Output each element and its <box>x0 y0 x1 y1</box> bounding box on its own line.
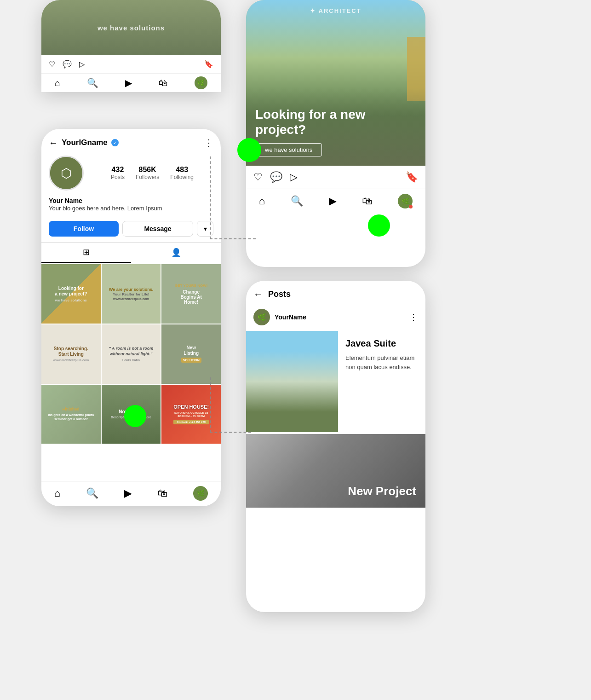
nav-reels-icon2[interactable]: ▶ <box>329 195 337 207</box>
posts-property-image <box>246 331 338 432</box>
phone-post-top: ✦ ARCHITECT Looking for a new project? w… <box>246 0 425 267</box>
nav-search-icon2[interactable]: 🔍 <box>291 195 303 207</box>
profile-stats: 432 Posts 856K Followers 483 Following <box>91 166 213 180</box>
post-overlay: Looking for a new project? we have solut… <box>246 88 425 166</box>
posts-avatar: 🌿 <box>253 309 270 325</box>
nav-home-icon2[interactable]: ⌂ <box>259 195 265 207</box>
comment-icon[interactable]: 💬 <box>270 171 282 183</box>
nav-shop-icon2[interactable]: 🛍 <box>362 195 372 207</box>
phone-posts: ← Posts 🌿 YourName ⋮ Javea Suite Element… <box>246 281 425 612</box>
following-stat: 483 Following <box>170 166 194 180</box>
posts-back-button[interactable]: ← <box>253 289 263 300</box>
grid-cell-9[interactable]: OPEN HOUSE! SATURDAY, OCTOBER 1502:00 PM… <box>161 385 221 444</box>
nav-search-icon[interactable]: 🔍 <box>86 487 98 499</box>
posts-content: Javea Suite Elementum pulvinar etiam non… <box>246 331 425 432</box>
post-action-left: ♡ 💬 ▷ <box>253 171 298 183</box>
nav-profile-icon[interactable]: 🌿 <box>193 486 208 501</box>
strip-actions: ♡ 💬 ▷ 🔖 <box>41 55 221 73</box>
architect-header: ✦ ARCHITECT <box>246 7 425 14</box>
verified-badge: ✓ <box>111 139 119 146</box>
bookmark-icon[interactable]: 🔖 <box>406 171 418 183</box>
posts-label: Posts <box>111 174 125 180</box>
new-project-section: New Project <box>246 434 425 508</box>
grid-cell-5[interactable]: " A room is not a room without natural l… <box>102 324 161 384</box>
tab-tagged[interactable]: 👤 <box>131 243 221 263</box>
building-bg <box>246 331 338 432</box>
profile-icon[interactable]: 🌿 <box>195 76 207 89</box>
grid-cell-2-inner: We are your solutions. Your Realtor for … <box>102 264 161 324</box>
reels-icon[interactable]: ▶ <box>125 77 132 88</box>
grid-cell-1-inner: Looking fora new project? we have soluti… <box>41 264 101 324</box>
more-button[interactable]: ⋮ <box>204 137 213 148</box>
strip-text: we have solutions <box>98 24 165 32</box>
comment-icon[interactable]: 💬 <box>63 60 72 69</box>
profile-header: ← YourIGname ✓ ⋮ <box>41 129 221 151</box>
posts-header: ← Posts <box>246 281 425 305</box>
profile-name: Your Name <box>49 197 213 204</box>
grid-cell-4-inner: Stop searching.Start Living www.architec… <box>41 324 101 384</box>
grid-cell-6-inner: NewListing SOLUTION <box>161 324 221 384</box>
nav-shop-icon[interactable]: 🛍 <box>157 487 167 499</box>
profile-bio-text: Your bio goes here and here. Lorem Ipsum <box>49 204 213 213</box>
shop-icon[interactable]: 🛍 <box>159 78 168 88</box>
username-label: YourIGname <box>62 138 108 147</box>
grid-cell-9-inner: OPEN HOUSE! SATURDAY, OCTOBER 1502:00 PM… <box>161 385 221 444</box>
profile-actions: Follow Message ▾ <box>41 217 221 242</box>
tab-grid[interactable]: ⊞ <box>41 243 131 263</box>
post-cta: we have solutions <box>255 143 322 156</box>
posts-property-info: Javea Suite Elementum pulvinar etiam non… <box>338 331 425 432</box>
grid-cell-3-inner: GET YOURS NOW! ChangeBegins AtHome! <box>161 264 221 324</box>
following-count: 483 <box>170 166 194 174</box>
posts-title: Posts <box>268 289 418 299</box>
posts-username: YourName <box>275 313 404 321</box>
nav-profile-icon2[interactable]: 🌿 <box>398 194 413 208</box>
grid-cell-7[interactable]: Finished Insights on a wonderful photo s… <box>41 385 101 444</box>
strip-image: we have solutions <box>41 0 221 55</box>
property-title: Javea Suite <box>345 338 418 349</box>
posts-stat: 432 Posts <box>111 166 125 180</box>
avatar-icon: ⬡ <box>61 166 72 181</box>
grid-cell-2[interactable]: We are your solutions. Your Realtor for … <box>102 264 161 324</box>
post-bottom-nav: ⌂ 🔍 ▶ 🛍 🌿 <box>246 189 425 214</box>
bottom-nav: ⌂ 🔍 ▶ 🛍 🌿 <box>41 481 221 506</box>
strip-nav: ⌂ 🔍 ▶ 🛍 🌿 <box>41 73 221 92</box>
posts-user-row: 🌿 YourName ⋮ <box>246 305 425 331</box>
post-title: Looking for a new project? <box>255 107 416 138</box>
post-image: ✦ ARCHITECT Looking for a new project? w… <box>246 0 425 166</box>
home-icon[interactable]: ⌂ <box>55 78 60 88</box>
posts-count: 432 <box>111 166 125 174</box>
grid-cell-5-inner: " A room is not a room without natural l… <box>102 324 161 384</box>
followers-stat: 856K Followers <box>136 166 159 180</box>
follow-button[interactable]: Follow <box>49 221 119 237</box>
more-options-button[interactable]: ▾ <box>197 221 213 237</box>
post-actions: ♡ 💬 ▷ 🔖 <box>246 166 425 189</box>
posts-more-button[interactable]: ⋮ <box>409 312 418 323</box>
profile-tabs: ⊞ 👤 <box>41 242 221 263</box>
heart-icon[interactable]: ♡ <box>49 60 55 69</box>
profile-bio: Your Name Your bio goes here and here. L… <box>41 195 221 217</box>
phone-profile: ← YourIGname ✓ ⋮ ⬡ 432 Posts 856K Follow… <box>41 129 221 506</box>
share-icon[interactable]: ▷ <box>290 171 298 183</box>
new-project-text: New Project <box>348 484 416 498</box>
message-button[interactable]: Message <box>122 221 193 237</box>
grid-cell-6[interactable]: NewListing SOLUTION <box>161 324 221 384</box>
avatar: ⬡ <box>49 156 84 191</box>
grid-cell-3[interactable]: GET YOURS NOW! ChangeBegins AtHome! <box>161 264 221 324</box>
nav-reels-icon[interactable]: ▶ <box>124 487 132 499</box>
grid-cell-1[interactable]: Looking fora new project? we have soluti… <box>41 264 101 324</box>
phone-strip: we have solutions ♡ 💬 ▷ 🔖 ⌂ 🔍 ▶ 🛍 🌿 <box>41 0 221 92</box>
followers-count: 856K <box>136 166 159 174</box>
green-dot-3 <box>124 405 146 427</box>
green-dot-2 <box>368 214 390 237</box>
back-button[interactable]: ← <box>49 138 58 148</box>
search-icon[interactable]: 🔍 <box>87 77 98 88</box>
bookmark-icon[interactable]: 🔖 <box>204 60 213 69</box>
green-dot-1 <box>237 138 261 162</box>
nav-home-icon[interactable]: ⌂ <box>54 487 60 499</box>
share-icon[interactable]: ▷ <box>79 60 85 69</box>
property-description: Elementum pulvinar etiam non quam lacus … <box>345 353 418 371</box>
grid-cell-4[interactable]: Stop searching.Start Living www.architec… <box>41 324 101 384</box>
following-label: Following <box>170 174 194 180</box>
profile-header-left: ← YourIGname ✓ <box>49 138 119 148</box>
like-icon[interactable]: ♡ <box>253 171 263 183</box>
